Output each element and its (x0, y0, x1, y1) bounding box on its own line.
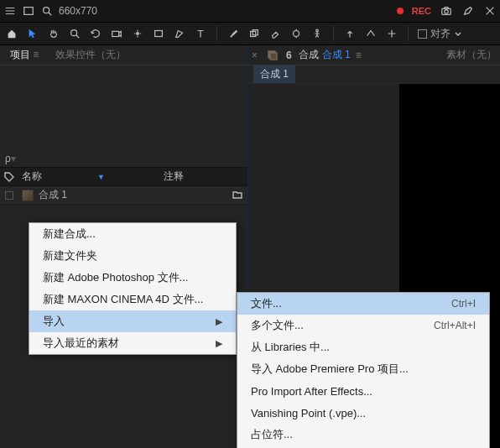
svg-point-1 (44, 8, 49, 13)
svg-rect-7 (155, 31, 163, 37)
right-panel-tabs: × 6 合成 合成 1 ≡ 素材（无） (248, 45, 500, 65)
snap-toggle[interactable]: 对齐 (418, 27, 462, 41)
tab-material[interactable]: 素材（无） (446, 48, 497, 62)
local-axis-icon[interactable] (343, 27, 357, 40)
ctx-new-comp[interactable]: 新建合成... (29, 223, 236, 245)
toolbar-separator (216, 26, 217, 41)
title-bar: 660x770 REC (0, 0, 500, 22)
project-row[interactable]: 合成 1 (0, 186, 247, 205)
rotobrush-tool-icon[interactable] (289, 27, 303, 40)
composition-icon (22, 190, 34, 201)
ctx-import-libraries[interactable]: 从 Libraries 中... (237, 336, 489, 358)
tab-effects[interactable]: 效果控件（无） (49, 45, 133, 65)
row-checkbox[interactable] (5, 191, 13, 200)
eraser-tool-icon[interactable] (268, 27, 282, 40)
tag-icon[interactable] (3, 170, 16, 184)
close-icon[interactable] (483, 4, 497, 18)
rotate-tool-icon[interactable] (89, 27, 102, 40)
context-menu-import: 文件...Ctrl+I 多个文件...Ctrl+Alt+I 从 Librarie… (237, 292, 490, 448)
window-icon[interactable] (22, 4, 35, 18)
hand-tool-icon[interactable] (47, 27, 60, 40)
rec-dot-icon (397, 8, 404, 14)
svg-point-3 (445, 10, 448, 13)
toolbar-separator (408, 26, 409, 41)
row-name: 合成 1 (39, 188, 67, 202)
project-search[interactable]: ρ▾ (0, 149, 247, 168)
main-toolbar: 对齐 (0, 22, 500, 45)
ctx-import-placeholder[interactable]: 占位符... (237, 424, 489, 445)
left-panel-tabs: 项目 ≡ 效果控件（无） (0, 45, 247, 65)
svg-rect-5 (112, 31, 119, 36)
ctx-new-photoshop[interactable]: 新建 Adobe Photoshop 文件... (29, 267, 236, 289)
rect-tool-icon[interactable] (152, 27, 165, 40)
search-placeholder: ρ (5, 153, 11, 164)
world-axis-icon[interactable] (364, 27, 378, 40)
rec-label: REC (412, 6, 431, 16)
chevron-down-icon (454, 27, 462, 40)
ctx-new-folder[interactable]: 新建文件夹 (29, 245, 236, 267)
ctx-import-recent[interactable]: 导入最近的素材▶ (29, 332, 236, 354)
puppet-tool-icon[interactable] (310, 27, 324, 40)
brush-tool-icon[interactable] (227, 27, 240, 40)
camera-icon[interactable] (440, 4, 453, 18)
ctx-import-file[interactable]: 文件...Ctrl+I (237, 293, 489, 315)
align-label: 对齐 (430, 27, 451, 41)
tab-comp-label[interactable]: 合成 (299, 48, 319, 62)
zoom-tool-icon[interactable] (68, 27, 81, 40)
toolbar-separator (333, 26, 334, 41)
svg-point-4 (71, 30, 77, 36)
sort-indicator-icon[interactable]: ▼ (97, 173, 105, 181)
svg-point-11 (316, 29, 319, 32)
camera-tool-icon[interactable] (110, 27, 123, 40)
context-menu-project: 新建合成... 新建文件夹 新建 Adobe Photoshop 文件... 新… (29, 222, 237, 355)
pencil-icon[interactable] (461, 4, 475, 18)
selection-tool-icon[interactable] (26, 27, 39, 40)
text-tool-icon[interactable] (194, 27, 207, 40)
chevron-right-icon: ▶ (216, 316, 222, 327)
ctx-import-vanishing[interactable]: Vanishing Point (.vpe)... (237, 402, 489, 424)
col-comment[interactable]: 注释 (164, 169, 247, 184)
title-search-text: 660x770 (59, 5, 97, 17)
ctx-import-multi[interactable]: 多个文件...Ctrl+Alt+I (237, 315, 489, 336)
ctx-import-proimport[interactable]: Pro Import After Effects... (237, 380, 489, 402)
anchor-tool-icon[interactable] (131, 27, 144, 40)
col-name[interactable]: 名称 (22, 169, 42, 184)
svg-rect-0 (24, 8, 34, 15)
ctx-import-premiere[interactable]: 导入 Adobe Premiere Pro 项目... (237, 358, 489, 380)
checkbox-icon (418, 29, 427, 39)
hamburger-icon[interactable] (3, 4, 17, 18)
tab-project[interactable]: 项目 ≡ (3, 45, 45, 65)
tab-comp-name[interactable]: 合成 1 (322, 48, 351, 62)
view-axis-icon[interactable] (385, 27, 398, 40)
ctx-import[interactable]: 导入▶ (29, 310, 236, 332)
clone-tool-icon[interactable] (247, 27, 261, 40)
svg-point-6 (137, 33, 139, 35)
search-icon[interactable] (40, 4, 54, 18)
pen-tool-icon[interactable] (173, 27, 186, 40)
svg-rect-13 (270, 53, 277, 60)
subtab-comp[interactable]: 合成 1 (253, 65, 295, 83)
chevron-right-icon: ▶ (216, 338, 222, 349)
svg-point-10 (294, 31, 299, 37)
ctx-new-c4d[interactable]: 新建 MAXON CINEMA 4D 文件... (29, 289, 236, 310)
layers-icon (266, 49, 279, 62)
project-columns: 名称 ▼ 注释 (0, 168, 247, 186)
folder-icon[interactable] (231, 188, 244, 201)
home-icon[interactable] (5, 27, 18, 40)
